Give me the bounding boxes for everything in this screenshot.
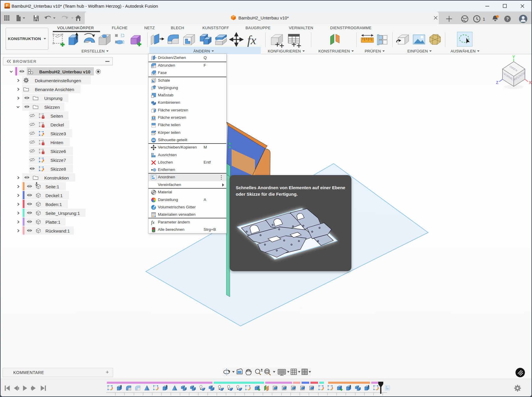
svg-text:Z: Z	[496, 80, 499, 85]
svg-text:fx: fx	[151, 220, 155, 225]
svg-text:X: X	[529, 80, 532, 85]
svg-text:Y: Y	[512, 55, 515, 59]
